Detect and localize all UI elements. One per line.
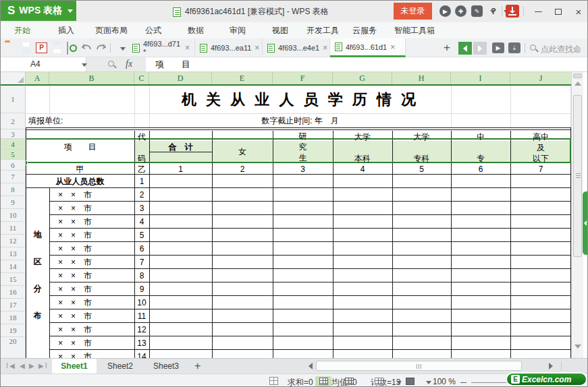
- cell-header-daxue2[interactable]: 大学: [392, 131, 451, 142]
- cell-r6-2[interactable]: 2: [212, 164, 273, 175]
- page-layout-view-icon[interactable]: [371, 376, 387, 386]
- cell-city-row[interactable]: × × 市: [58, 297, 92, 308]
- cell-city-row[interactable]: × × 市: [58, 203, 92, 214]
- row-header-5[interactable]: 5: [1, 150, 25, 160]
- row-header-6[interactable]: 6: [1, 160, 25, 171]
- row-header-20[interactable]: 20: [1, 337, 25, 345]
- tab-scroll-right-button[interactable]: [473, 42, 487, 55]
- cell-total-label[interactable]: 从业人员总数: [26, 176, 134, 187]
- cell-city-code[interactable]: 11: [134, 311, 149, 322]
- sheet-nav-next-icon[interactable]: ▶: [29, 362, 36, 369]
- sheet-tab-sheet1[interactable]: Sheet1: [52, 359, 97, 374]
- reading-caret-icon[interactable]: [426, 381, 431, 384]
- col-header-C[interactable]: C: [134, 72, 149, 84]
- cell-header-yixia[interactable]: 以下: [510, 153, 571, 164]
- doc-tab-4-active[interactable]: 4f693...61d1 ×: [330, 38, 406, 57]
- row-header-16[interactable]: 16: [1, 286, 25, 299]
- wps-logo[interactable]: S WPS 表格: [1, 1, 76, 21]
- menu-page-layout[interactable]: 页面布局: [95, 25, 128, 36]
- export-pdf-icon[interactable]: P: [36, 42, 47, 53]
- row-header-3[interactable]: 3: [1, 129, 25, 139]
- cell-r6-jia[interactable]: 甲: [26, 164, 134, 175]
- row-header-19[interactable]: 19: [1, 324, 25, 337]
- sheet-nav-prev-icon[interactable]: ◀: [20, 362, 26, 369]
- settings-icon[interactable]: ✚: [455, 5, 466, 17]
- cell-r6-1[interactable]: 1: [149, 164, 212, 175]
- cell-header-total[interactable]: 合 计: [149, 142, 212, 152]
- normal-view-icon[interactable]: [315, 376, 331, 386]
- cell-header-sheng[interactable]: 生: [273, 153, 333, 162]
- select-all-corner[interactable]: [1, 72, 26, 86]
- split-handle[interactable]: [573, 73, 582, 78]
- login-button[interactable]: 未登录: [394, 3, 432, 20]
- formula-content[interactable]: 项 目: [146, 57, 588, 71]
- cell-header-jiu[interactable]: 究: [273, 142, 333, 152]
- menu-dev-tools[interactable]: 开发工具: [306, 25, 339, 36]
- cell-header-ma[interactable]: 码: [134, 153, 149, 164]
- cell-cutoff-date[interactable]: 数字截止时间: 年 月: [149, 115, 451, 126]
- cell-city-code[interactable]: 5: [134, 230, 149, 241]
- scroll-down-icon[interactable]: [574, 345, 581, 349]
- doc-tab-1[interactable]: 4f693...d71 * ×: [128, 38, 195, 57]
- quick-access-caret-icon[interactable]: [120, 47, 126, 51]
- col-header-J[interactable]: J: [510, 72, 571, 84]
- tab-scroll-left-button[interactable]: [458, 42, 472, 55]
- col-header-E[interactable]: E: [212, 72, 273, 84]
- cell-header-female[interactable]: 女: [212, 146, 273, 157]
- cell-city-row[interactable]: × × 市: [58, 324, 92, 335]
- layout-caret-icon[interactable]: [396, 381, 402, 384]
- cell-city-code[interactable]: 7: [134, 257, 149, 268]
- cell-region-bu[interactable]: 布: [26, 310, 49, 321]
- cell-city-code[interactable]: 10: [134, 297, 149, 308]
- scroll-up-icon[interactable]: [574, 82, 581, 86]
- cell-city-code[interactable]: 14: [134, 351, 149, 358]
- zoom-level[interactable]: 100 %: [433, 377, 456, 386]
- cell-header-yan[interactable]: 研: [273, 131, 333, 141]
- download-icon[interactable]: [506, 5, 519, 18]
- cell-city-row[interactable]: × × 市: [58, 243, 92, 254]
- cell-header-daxue1[interactable]: 大学: [333, 131, 392, 142]
- cell-city-code[interactable]: 3: [134, 203, 149, 214]
- print-preview-icon[interactable]: [67, 42, 68, 55]
- cell-city-row[interactable]: × × 市: [58, 230, 92, 241]
- search-icon[interactable]: [530, 44, 536, 51]
- cell-region-di[interactable]: 地: [26, 229, 49, 240]
- menu-review[interactable]: 审阅: [230, 25, 246, 36]
- cell-city-row[interactable]: × × 市: [58, 216, 92, 227]
- col-header-H[interactable]: H: [392, 72, 451, 84]
- cell-city-row[interactable]: × × 市: [58, 311, 92, 322]
- vertical-scroll-thumb[interactable]: [573, 95, 582, 257]
- cell-header-zhuan[interactable]: 专: [451, 153, 510, 164]
- cell-r6-6[interactable]: 6: [451, 164, 510, 175]
- cell-r6-yi[interactable]: 乙: [134, 164, 149, 175]
- row-header-10[interactable]: 10: [1, 209, 25, 222]
- doc-tab-4-close-icon[interactable]: ×: [390, 42, 395, 52]
- maximize-button[interactable]: [549, 5, 568, 18]
- col-header-F[interactable]: F: [273, 72, 333, 84]
- zoom-out-icon[interactable]: [460, 382, 466, 383]
- row-header-11[interactable]: 11: [1, 222, 25, 235]
- name-box[interactable]: A4: [1, 57, 86, 71]
- row-header-14[interactable]: 14: [1, 260, 25, 273]
- formula-search-icon[interactable]: [108, 61, 114, 67]
- cell-r6-5[interactable]: 5: [392, 164, 451, 175]
- close-button[interactable]: ×: [569, 5, 588, 18]
- page-break-view-icon[interactable]: [341, 376, 357, 386]
- cell-header-benke[interactable]: 本科: [333, 153, 392, 164]
- cell-city-code[interactable]: 12: [134, 324, 149, 335]
- horizontal-scroll-thumb[interactable]: [316, 361, 522, 371]
- reading-view-icon[interactable]: [402, 376, 418, 386]
- minimize-button[interactable]: [529, 5, 547, 18]
- cell-total-code[interactable]: 1: [134, 176, 149, 187]
- row-header-9[interactable]: 9: [1, 196, 25, 209]
- row-header-8[interactable]: 8: [1, 183, 25, 196]
- cell-city-code[interactable]: 8: [134, 270, 149, 281]
- cell-city-code[interactable]: 2: [134, 189, 149, 200]
- zoom-slider[interactable]: [471, 382, 512, 383]
- sheet-nav-first-icon[interactable]: Ⅰ◀: [6, 362, 16, 369]
- col-header-A[interactable]: A: [26, 72, 49, 84]
- doc-tab-1-close-icon[interactable]: ×: [185, 43, 190, 53]
- col-header-B[interactable]: B: [49, 72, 134, 84]
- tab-options-icon[interactable]: ⇣: [508, 42, 520, 53]
- cell-r6-7[interactable]: 7: [510, 164, 571, 175]
